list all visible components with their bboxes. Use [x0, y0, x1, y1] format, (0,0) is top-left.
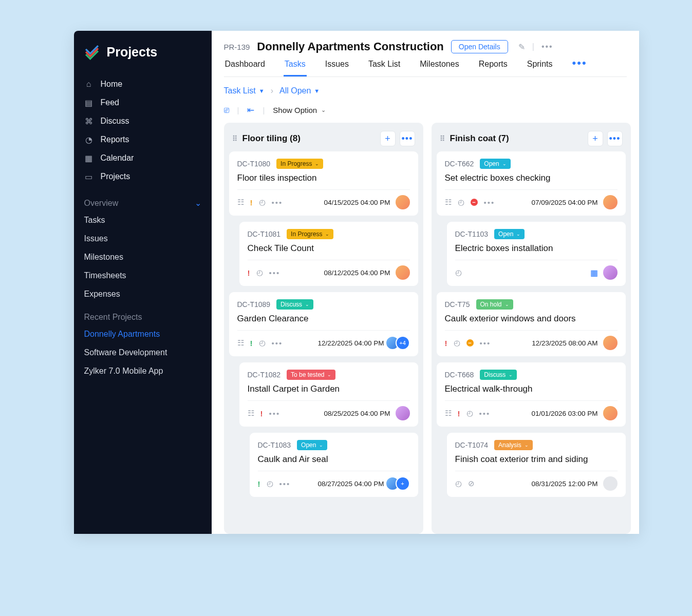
task-id: DC-T1080 — [237, 160, 271, 168]
task-card[interactable]: DC-T1082To be tested ⌄ Install Carpet in… — [239, 362, 418, 427]
edit-icon[interactable]: ✎ — [518, 42, 525, 52]
timer-icon[interactable]: ◴ — [256, 268, 263, 277]
status-badge[interactable]: Discuss ⌄ — [276, 299, 313, 310]
timer-icon[interactable]: ◴ — [454, 338, 460, 348]
task-card[interactable]: DC-T1074Analysis ⌄ Finish coat exterior … — [447, 433, 626, 497]
tab-reports[interactable]: Reports — [478, 60, 509, 76]
avatar[interactable] — [396, 195, 410, 209]
nav-home[interactable]: ⌂Home — [74, 75, 212, 93]
status-badge[interactable]: Open ⌄ — [297, 440, 327, 450]
recent-project-zylker[interactable]: Zylker 7.0 Mobile App — [74, 362, 212, 380]
subtask-icon[interactable]: ☷ — [445, 409, 452, 418]
task-card[interactable]: DC-T75On hold ⌄ Caulk exterior windows a… — [437, 292, 626, 356]
settings-icon[interactable]: ⎚ — [224, 105, 229, 116]
avatar[interactable] — [603, 265, 618, 280]
overview-milestones[interactable]: Milestones — [74, 248, 212, 266]
status-badge[interactable]: To be tested ⌄ — [287, 370, 335, 380]
avatar[interactable] — [603, 195, 618, 209]
tab-milestones[interactable]: Milestones — [419, 60, 460, 76]
avatar[interactable] — [603, 406, 618, 420]
drag-handle-icon[interactable]: ⠿ — [440, 134, 445, 143]
board-column: ⠿Floor tiling (8) + ••• DC-T1080In Progr… — [224, 123, 423, 534]
subtask-icon[interactable]: ☷ — [248, 409, 254, 418]
open-details-button[interactable]: Open Details — [451, 40, 508, 53]
card-more-icon[interactable]: ••• — [279, 479, 291, 488]
timer-icon[interactable]: ◴ — [458, 198, 464, 207]
logo-icon — [83, 43, 101, 61]
priority-icon: ! — [445, 339, 447, 348]
tab-issues[interactable]: Issues — [324, 60, 350, 76]
overview-timesheets[interactable]: Timesheets — [74, 266, 212, 285]
task-card[interactable]: DC-T662Open ⌄ Set electric boxes checkin… — [437, 151, 626, 216]
more-icon[interactable]: ••• — [541, 42, 553, 52]
nav-feed[interactable]: ▤Feed — [74, 93, 212, 112]
timer-icon[interactable]: ◴ — [259, 338, 266, 348]
tab-tasklist[interactable]: Task List — [367, 60, 401, 76]
overview-tasks[interactable]: Tasks — [74, 211, 212, 229]
status-badge[interactable]: Discuss ⌄ — [480, 370, 517, 380]
tab-more[interactable]: ••• — [571, 60, 588, 76]
due-date: 08/25/2025 04:00 PM — [324, 410, 390, 417]
card-more-icon[interactable]: ••• — [272, 198, 283, 207]
tab-dashboard[interactable]: Dashboard — [224, 60, 266, 76]
breadcrumb-tasklist[interactable]: Task List ▼ — [224, 86, 265, 95]
status-badge[interactable]: Analysis ⌄ — [494, 440, 533, 450]
subtask-icon[interactable]: ☷ — [237, 198, 244, 207]
avatar[interactable] — [396, 265, 410, 280]
task-card[interactable]: DC-T1103Open ⌄ Electric boxes installati… — [447, 222, 626, 286]
timer-icon[interactable]: ◴ — [259, 198, 266, 207]
task-card[interactable]: DC-T668Discuss ⌄ Electrical walk-through… — [437, 362, 626, 427]
avatar[interactable] — [603, 476, 618, 491]
avatar-more[interactable]: + — [396, 476, 410, 491]
nav-reports[interactable]: ◔Reports — [74, 130, 212, 149]
add-task-button[interactable]: + — [588, 131, 603, 146]
status-badge[interactable]: Open ⌄ — [494, 229, 525, 239]
overview-issues[interactable]: Issues — [74, 229, 212, 248]
timer-icon[interactable]: ◴ — [455, 479, 462, 488]
status-badge[interactable]: In Progress ⌄ — [276, 159, 323, 169]
recent-project-software[interactable]: Software Development — [74, 343, 212, 362]
app-logo: Projects — [74, 31, 212, 72]
overview-section-header[interactable]: Overview ⌄ — [74, 189, 212, 211]
overview-expenses[interactable]: Expenses — [74, 285, 212, 303]
card-more-icon[interactable]: ••• — [479, 409, 491, 418]
nav-discuss[interactable]: ⌘Discuss — [74, 112, 212, 130]
status-badge[interactable]: Open ⌄ — [480, 159, 510, 169]
avatar[interactable] — [396, 406, 410, 420]
app-window: Projects ⌂Home ▤Feed ⌘Discuss ◔Reports ▦… — [74, 31, 639, 534]
calendar-icon[interactable]: ▦ — [590, 268, 598, 278]
column-more-button[interactable]: ••• — [607, 131, 623, 146]
task-card[interactable]: DC-T1081In Progress ⌄ Check Tile Count !… — [239, 222, 418, 286]
card-more-icon[interactable]: ••• — [269, 409, 280, 418]
drag-handle-icon[interactable]: ⠿ — [232, 134, 237, 143]
nav-projects[interactable]: ▭Projects — [74, 167, 212, 186]
show-option-dropdown[interactable]: Show Option ⌄ — [273, 106, 326, 114]
status-badge[interactable]: On hold ⌄ — [476, 299, 513, 310]
collapse-icon[interactable]: ⇤ — [247, 105, 254, 116]
task-card[interactable]: DC-T1083Open ⌄ Caulk and Air seal !◴•••0… — [250, 433, 418, 497]
subtask-icon[interactable]: ☷ — [445, 198, 452, 207]
priority-icon: ! — [250, 339, 253, 348]
card-more-icon[interactable]: ••• — [480, 339, 491, 348]
tab-sprints[interactable]: Sprints — [526, 60, 554, 76]
tag-icon[interactable]: ⊘ — [468, 479, 475, 488]
status-badge[interactable]: In Progress ⌄ — [287, 229, 333, 239]
subtask-icon[interactable]: ☷ — [237, 338, 244, 348]
avatar-more[interactable]: +4 — [396, 336, 410, 350]
avatar[interactable] — [603, 336, 618, 350]
recent-project-donnelly[interactable]: Donnelly Apartments — [74, 325, 212, 343]
timer-icon[interactable]: ◴ — [267, 479, 273, 488]
add-task-button[interactable]: + — [380, 131, 396, 146]
due-date: 12/22/2025 04:00 PM — [317, 339, 384, 347]
nav-calendar[interactable]: ▦Calendar — [74, 149, 212, 167]
column-more-button[interactable]: ••• — [400, 131, 415, 146]
card-more-icon[interactable]: ••• — [272, 339, 283, 348]
tab-tasks[interactable]: Tasks — [284, 60, 307, 76]
timer-icon[interactable]: ◴ — [455, 268, 462, 277]
task-card[interactable]: DC-T1080In Progress ⌄ Floor tiles inspec… — [229, 151, 418, 216]
card-more-icon[interactable]: ••• — [269, 268, 280, 277]
breadcrumb-allopen[interactable]: All Open ▼ — [279, 86, 320, 95]
timer-icon[interactable]: ◴ — [466, 409, 473, 418]
task-card[interactable]: DC-T1089Discuss ⌄ Garden Clearance ☷!◴••… — [229, 292, 418, 356]
card-more-icon[interactable]: ••• — [484, 198, 495, 207]
